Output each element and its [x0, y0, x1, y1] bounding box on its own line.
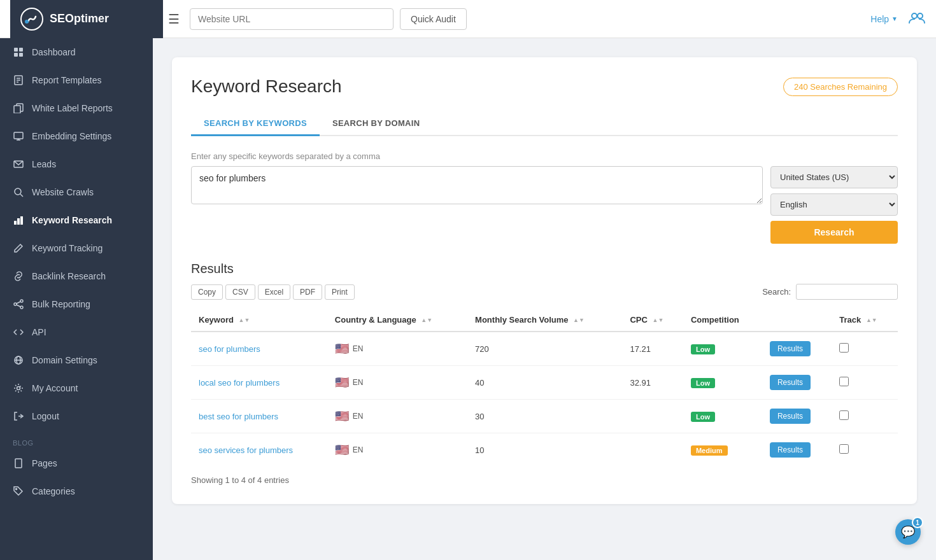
cell-results-action: Results	[762, 433, 832, 467]
sidebar-item-keyword-tracking[interactable]: Keyword Tracking	[0, 234, 153, 262]
cell-track	[832, 400, 898, 433]
sort-icon-cpc[interactable]: ▲▼	[652, 318, 663, 323]
monitor-icon	[13, 130, 24, 142]
tab-search-by-domain[interactable]: SEARCH BY DOMAIN	[320, 112, 432, 136]
lang-code: EN	[353, 445, 364, 454]
csv-button[interactable]: CSV	[225, 284, 255, 300]
sidebar-item-logout[interactable]: Logout	[0, 402, 153, 430]
results-section: Results Copy CSV Excel PDF Print Search:	[191, 262, 898, 485]
svg-point-23	[20, 300, 23, 302]
svg-rect-21	[17, 218, 20, 225]
col-track: Track ▲▼	[832, 309, 898, 332]
flag-icon: 🇺🇸	[335, 409, 349, 423]
sidebar-item-domain-settings[interactable]: Domain Settings	[0, 346, 153, 374]
excel-button[interactable]: Excel	[258, 284, 290, 300]
copy-icon	[13, 102, 24, 114]
cell-cpc	[622, 433, 683, 467]
sidebar-label-leads: Leads	[32, 159, 56, 169]
user-icon-button[interactable]	[908, 9, 926, 29]
sidebar-label-bulk-reporting: Bulk Reporting	[32, 299, 90, 309]
keyword-input[interactable]: seo for plumbers	[191, 166, 763, 204]
sort-icon-volume[interactable]: ▲▼	[573, 318, 585, 323]
user-group-icon	[908, 9, 926, 27]
cell-country-lang: 🇺🇸 EN	[327, 332, 467, 366]
sidebar-item-white-label[interactable]: White Label Reports	[0, 94, 153, 122]
research-button[interactable]: Research	[770, 221, 898, 244]
results-action-button[interactable]: Results	[770, 409, 811, 424]
cell-results-action: Results	[762, 366, 832, 400]
svg-rect-33	[15, 459, 22, 468]
sort-icon-keyword[interactable]: ▲▼	[239, 318, 250, 323]
mail-icon	[13, 158, 24, 170]
showing-text: Showing 1 to 4 of 4 entries	[191, 475, 898, 485]
cell-track	[832, 366, 898, 400]
hamburger-button[interactable]: ☰	[163, 9, 185, 29]
svg-point-2	[912, 13, 917, 18]
print-button[interactable]: Print	[325, 284, 355, 300]
settings-icon	[13, 382, 24, 394]
country-select[interactable]: United States (US) United Kingdom (UK) C…	[770, 166, 898, 188]
competition-badge: Low	[691, 378, 715, 388]
table-row: seo for plumbers 🇺🇸 EN 720 17.21 Low Res…	[191, 332, 898, 366]
sidebar-label-api: API	[32, 327, 46, 337]
sidebar-label-dashboard: Dashboard	[32, 47, 76, 57]
svg-point-18	[15, 188, 21, 195]
form-hint: Enter any specific keywords separated by…	[191, 151, 898, 161]
track-checkbox[interactable]	[839, 444, 849, 454]
sidebar-item-report-templates[interactable]: Report Templates	[0, 66, 153, 94]
tab-search-by-keywords[interactable]: SEARCH BY KEYWORDS	[191, 112, 320, 136]
sidebar-item-dashboard[interactable]: Dashboard	[0, 38, 153, 66]
col-competition: Competition	[683, 309, 762, 332]
sidebar-item-keyword-research[interactable]: Keyword Research	[0, 206, 153, 234]
sidebar-item-website-crawls[interactable]: Website Crawls	[0, 178, 153, 206]
svg-rect-7	[19, 53, 23, 57]
sidebar-item-backlink-research[interactable]: Backlink Research	[0, 262, 153, 290]
sort-icon-track[interactable]: ▲▼	[866, 318, 877, 323]
results-action-button[interactable]: Results	[770, 375, 811, 390]
results-action-button[interactable]: Results	[770, 442, 811, 458]
log-out-icon	[13, 410, 24, 422]
sidebar-label-logout: Logout	[32, 411, 59, 421]
col-country-lang: Country & Language ▲▼	[327, 309, 467, 332]
help-button[interactable]: Help ▼	[870, 14, 898, 24]
sidebar-label-keyword-tracking: Keyword Tracking	[32, 243, 103, 253]
search-icon	[13, 186, 24, 198]
sort-icon-country[interactable]: ▲▼	[421, 318, 432, 323]
copy-button[interactable]: Copy	[191, 284, 223, 300]
grid-icon	[13, 46, 24, 58]
url-input[interactable]	[190, 8, 394, 30]
sidebar-item-categories[interactable]: Categories	[0, 477, 153, 505]
svg-rect-20	[14, 221, 17, 225]
share-icon	[13, 298, 24, 310]
main-content: Keyword Research 240 Searches Remaining …	[153, 38, 936, 560]
sidebar-item-my-account[interactable]: My Account	[0, 374, 153, 402]
sidebar-item-bulk-reporting[interactable]: Bulk Reporting	[0, 290, 153, 318]
topbar-right: Help ▼	[870, 9, 926, 29]
language-select[interactable]: English Spanish French	[770, 193, 898, 216]
cell-cpc: 17.21	[622, 332, 683, 366]
search-filter-input[interactable]	[796, 284, 898, 300]
track-checkbox[interactable]	[839, 377, 849, 386]
logo-icon	[20, 8, 43, 31]
results-action-button[interactable]: Results	[770, 341, 811, 356]
quick-audit-button[interactable]: Quick Audit	[400, 8, 467, 30]
sidebar-item-embedding[interactable]: Embedding Settings	[0, 122, 153, 150]
track-checkbox[interactable]	[839, 410, 849, 420]
cell-volume: 30	[467, 400, 622, 433]
pdf-button[interactable]: PDF	[293, 284, 322, 300]
track-checkbox[interactable]	[839, 343, 849, 353]
cell-volume: 720	[467, 332, 622, 366]
svg-rect-5	[19, 48, 23, 52]
svg-line-26	[17, 302, 20, 304]
code-icon	[13, 326, 24, 338]
sidebar-item-pages[interactable]: Pages	[0, 449, 153, 477]
cell-results-action: Results	[762, 400, 832, 433]
cell-volume: 10	[467, 433, 622, 467]
chat-bubble[interactable]: 1 💬	[895, 519, 921, 545]
sidebar: Dashboard Report Templates White Label R…	[0, 38, 153, 560]
sidebar-item-leads[interactable]: Leads	[0, 150, 153, 178]
logo-area: SEOptimer	[10, 0, 163, 38]
cell-country-lang: 🇺🇸 EN	[327, 366, 467, 400]
sidebar-item-api[interactable]: API	[0, 318, 153, 346]
cell-cpc: 32.91	[622, 366, 683, 400]
